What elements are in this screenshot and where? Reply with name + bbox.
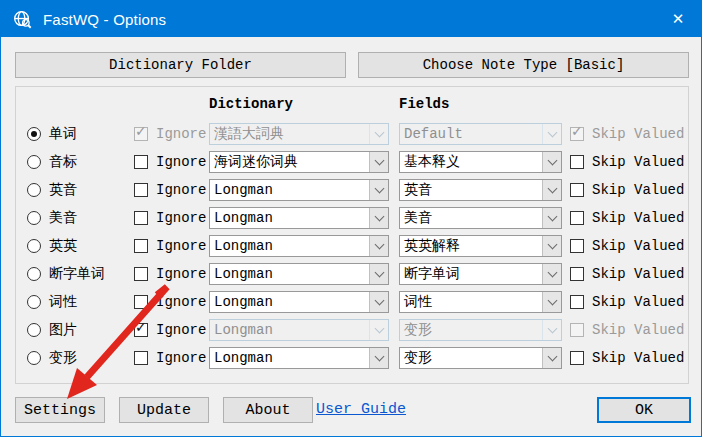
skip-checkbox[interactable]: ✓ [570, 211, 584, 225]
skip-checkbox[interactable]: ✓ [570, 127, 584, 141]
field-value: Default [400, 126, 542, 142]
row-label: 英英 [49, 237, 77, 255]
close-button[interactable]: ✕ [655, 1, 701, 37]
ignore-checkbox[interactable]: ✓ [134, 127, 148, 141]
chevron-down-icon [542, 348, 561, 368]
dictionary-value: Longman [210, 238, 369, 254]
dictionary-select[interactable]: Longman [209, 347, 389, 369]
radio-button[interactable] [27, 295, 41, 309]
dictionary-value: Longman [210, 182, 369, 198]
skip-label: Skip Valued [592, 294, 684, 310]
choose-note-type-button[interactable]: Choose Note Type [Basic] [358, 52, 689, 78]
dictionary-value: Longman [210, 350, 369, 366]
ok-button[interactable]: OK [597, 397, 691, 423]
dictionary-select[interactable]: Longman [209, 263, 389, 285]
chevron-down-icon [542, 292, 561, 312]
skip-label: Skip Valued [592, 182, 684, 198]
radio-dot [31, 131, 37, 137]
radio-button[interactable] [27, 239, 41, 253]
skip-label: Skip Valued [592, 266, 684, 282]
chevron-down-icon [542, 180, 561, 200]
skip-label: Skip Valued [592, 154, 684, 170]
ignore-checkbox[interactable]: ✓ [134, 295, 148, 309]
fastwq-globe-icon [12, 9, 33, 30]
chevron-down-icon [542, 320, 561, 340]
skip-label: Skip Valued [592, 210, 684, 226]
table-row: 英音 ✓ Ignore Longman 英音 ✓ Skip Valued [16, 179, 688, 201]
ignore-checkbox[interactable]: ✓ [134, 239, 148, 253]
radio-button[interactable] [27, 351, 41, 365]
dictionary-folder-button[interactable]: Dictionary Folder [15, 52, 346, 78]
check-icon: ✓ [135, 124, 147, 138]
dictionary-value: Longman [210, 266, 369, 282]
titlebar: FastWQ - Options ✕ [1, 1, 701, 37]
row-label: 英音 [49, 181, 77, 199]
ignore-checkbox[interactable]: ✓ [134, 155, 148, 169]
window-title: FastWQ - Options [43, 11, 166, 28]
chevron-down-icon [369, 236, 388, 256]
fields-select[interactable]: 美音 [399, 207, 562, 229]
skip-checkbox[interactable]: ✓ [570, 155, 584, 169]
chevron-down-icon [369, 348, 388, 368]
chevron-down-icon [369, 124, 388, 144]
dictionary-select[interactable]: Longman [209, 207, 389, 229]
settings-button[interactable]: Settings [15, 397, 105, 423]
fields-select[interactable]: 英英解释 [399, 235, 562, 257]
skip-label: Skip Valued [592, 322, 684, 338]
check-icon: ✓ [135, 320, 147, 334]
ignore-checkbox[interactable]: ✓ [134, 351, 148, 365]
field-value: 词性 [400, 293, 542, 311]
fields-select[interactable]: 词性 [399, 291, 562, 313]
dictionary-select[interactable]: 漢語大詞典 [209, 123, 389, 145]
fields-select[interactable]: 英音 [399, 179, 562, 201]
ignore-label: Ignore [156, 210, 206, 226]
dictionary-select[interactable]: Longman [209, 235, 389, 257]
chevron-down-icon [542, 208, 561, 228]
chevron-down-icon [369, 292, 388, 312]
skip-checkbox[interactable]: ✓ [570, 183, 584, 197]
radio-button[interactable] [27, 183, 41, 197]
radio-button[interactable] [27, 155, 41, 169]
ignore-label: Ignore [156, 294, 206, 310]
radio-button[interactable] [27, 211, 41, 225]
fields-select[interactable]: 断字单词 [399, 263, 562, 285]
row-label: 图片 [49, 321, 77, 339]
fields-select[interactable]: Default [399, 123, 562, 145]
skip-checkbox[interactable]: ✓ [570, 267, 584, 281]
dictionary-select[interactable]: Longman [209, 319, 389, 341]
dictionary-value: 漢語大詞典 [210, 125, 369, 143]
radio-button[interactable] [27, 267, 41, 281]
chevron-down-icon [542, 152, 561, 172]
field-value: 变形 [400, 321, 542, 339]
skip-checkbox[interactable]: ✓ [570, 295, 584, 309]
about-button[interactable]: About [223, 397, 313, 423]
dictionary-select[interactable]: Longman [209, 179, 389, 201]
dictionary-value: Longman [210, 294, 369, 310]
chevron-down-icon [369, 264, 388, 284]
fields-select[interactable]: 基本释义 [399, 151, 562, 173]
radio-button[interactable] [27, 323, 41, 337]
dictionary-select[interactable]: 海词迷你词典 [209, 151, 389, 173]
table-row: 词性 ✓ Ignore Longman 词性 ✓ Skip Valued [16, 291, 688, 313]
dictionary-column-header: Dictionary [209, 96, 293, 112]
radio-button[interactable] [27, 127, 41, 141]
dictionary-select[interactable]: Longman [209, 291, 389, 313]
ignore-checkbox[interactable]: ✓ [134, 211, 148, 225]
skip-checkbox[interactable]: ✓ [570, 239, 584, 253]
ignore-checkbox[interactable]: ✓ [134, 323, 148, 337]
fields-select[interactable]: 变形 [399, 319, 562, 341]
fields-select[interactable]: 变形 [399, 347, 562, 369]
field-value: 断字单词 [400, 265, 542, 283]
chevron-down-icon [369, 180, 388, 200]
options-table: Dictionary Fields 单词 ✓ Ignore 漢語大詞典 Defa… [15, 86, 689, 384]
user-guide-link[interactable]: User Guide [316, 401, 406, 418]
table-row: 美音 ✓ Ignore Longman 美音 ✓ Skip Valued [16, 207, 688, 229]
update-button[interactable]: Update [119, 397, 209, 423]
ignore-checkbox[interactable]: ✓ [134, 183, 148, 197]
ignore-checkbox[interactable]: ✓ [134, 267, 148, 281]
row-label: 音标 [49, 153, 77, 171]
skip-checkbox[interactable]: ✓ [570, 351, 584, 365]
skip-checkbox[interactable]: ✓ [570, 323, 584, 337]
field-value: 英音 [400, 181, 542, 199]
field-value: 变形 [400, 349, 542, 367]
